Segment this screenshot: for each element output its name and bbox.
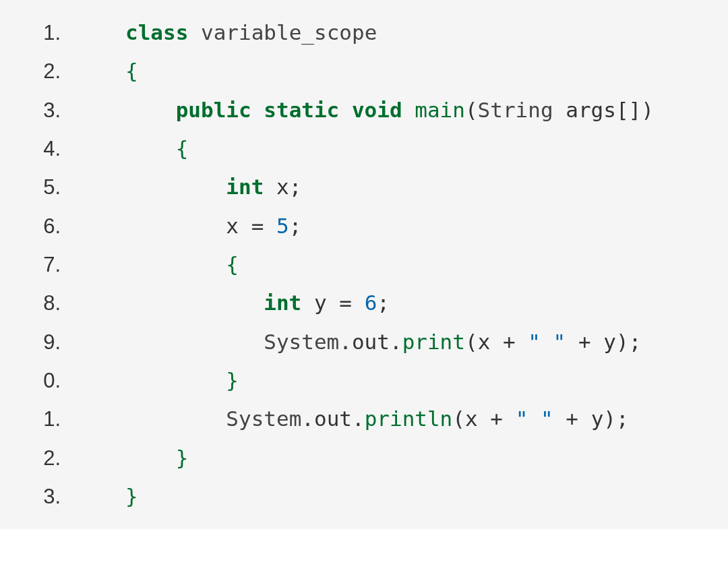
code-token: 6 — [365, 291, 377, 315]
code-token: } — [176, 446, 189, 470]
code-content: { — [88, 245, 239, 284]
line-number: 4. — [0, 129, 88, 168]
code-token: + — [503, 330, 516, 354]
code-content: int x; — [88, 168, 301, 206]
code-content: } — [88, 477, 138, 516]
code-token: { — [125, 59, 138, 83]
code-token: out — [352, 330, 390, 354]
code-token — [402, 98, 415, 122]
code-line: 6. x = 5; — [0, 207, 728, 245]
code-token: y — [591, 406, 604, 431]
code-token: x — [478, 330, 503, 354]
code-token: x — [276, 175, 289, 199]
code-token: ; — [289, 214, 302, 238]
code-token — [553, 98, 566, 122]
line-number: 2. — [0, 52, 88, 90]
code-token: main — [415, 98, 465, 122]
line-number: 6. — [0, 207, 88, 245]
code-token — [188, 20, 201, 44]
code-content: class variable_scope — [88, 13, 377, 52]
line-number: 3. — [0, 91, 88, 129]
line-number: 7. — [0, 245, 88, 284]
code-line: 0. } — [0, 361, 728, 400]
code-token — [553, 406, 566, 431]
code-token: ); — [603, 406, 628, 431]
code-token — [352, 291, 365, 315]
code-token: out — [314, 406, 352, 431]
code-token: ; — [289, 175, 302, 199]
code-token: System — [226, 406, 301, 431]
code-token: variable_scope — [201, 20, 377, 44]
line-number: 2. — [0, 439, 88, 477]
code-token — [591, 330, 604, 354]
code-content: { — [88, 129, 188, 168]
code-token: . — [301, 406, 314, 431]
code-token — [264, 214, 276, 238]
code-content: x = 5; — [88, 207, 301, 245]
code-line: 3. public static void main(String args[]… — [0, 91, 728, 129]
code-token: { — [176, 136, 189, 160]
code-content: } — [88, 361, 239, 400]
code-content: System.out.print(x + " " + y); — [88, 323, 641, 361]
code-token: public static void — [176, 98, 402, 122]
code-token — [578, 406, 591, 431]
code-token — [566, 330, 578, 354]
line-number: 8. — [0, 284, 88, 322]
line-number: 3. — [0, 477, 88, 516]
code-token: print — [402, 330, 465, 354]
code-token — [264, 175, 276, 199]
code-token: y — [314, 291, 339, 315]
code-token: ); — [616, 330, 641, 354]
code-line: 5. int x; — [0, 168, 728, 206]
code-token: } — [226, 368, 239, 392]
line-number: 9. — [0, 323, 88, 361]
code-line: 4. { — [0, 129, 728, 168]
code-line: 7. { — [0, 245, 728, 284]
code-token: ( — [452, 406, 465, 431]
line-number: 1. — [0, 13, 88, 52]
code-token: = — [251, 214, 264, 238]
code-token: ; — [377, 291, 390, 315]
code-line: 9. System.out.print(x + " " + y); — [0, 323, 728, 361]
code-line: 1. class variable_scope — [0, 13, 728, 52]
code-token: int — [264, 291, 301, 315]
code-token: x — [226, 214, 251, 238]
code-token: System — [264, 330, 339, 354]
code-line: 8. int y = 6; — [0, 284, 728, 322]
code-token: " " — [528, 330, 566, 354]
code-line: 3. } — [0, 477, 728, 516]
code-token: args — [566, 98, 616, 122]
code-token: } — [125, 484, 138, 508]
code-token: int — [226, 175, 264, 199]
code-line: 2. { — [0, 52, 728, 90]
code-line: 2. } — [0, 439, 728, 477]
code-token: ( — [465, 330, 478, 354]
code-token: class — [125, 20, 188, 44]
code-token: = — [339, 291, 352, 315]
code-token: 5 — [276, 214, 289, 238]
code-content: { — [88, 52, 138, 90]
code-token: + — [566, 406, 578, 431]
code-content: System.out.println(x + " " + y); — [88, 400, 629, 438]
code-token: []) — [616, 98, 654, 122]
code-token: . — [352, 406, 365, 431]
code-token: . — [339, 330, 352, 354]
code-content: int y = 6; — [88, 284, 390, 322]
line-number: 0. — [0, 361, 88, 400]
code-token: . — [390, 330, 402, 354]
code-token: println — [365, 406, 453, 431]
code-token: ( — [465, 98, 478, 122]
code-token: + — [490, 406, 503, 431]
line-number: 1. — [0, 400, 88, 438]
code-line: 1. System.out.println(x + " " + y); — [0, 400, 728, 438]
code-token — [516, 330, 528, 354]
code-block: 1. class variable_scope2. {3. public sta… — [0, 0, 728, 529]
code-content: } — [88, 439, 188, 477]
code-token — [503, 406, 516, 431]
code-token: y — [603, 330, 616, 354]
code-token: + — [578, 330, 591, 354]
line-number: 5. — [0, 168, 88, 206]
code-token: x — [465, 406, 490, 431]
code-token — [301, 291, 314, 315]
code-content: public static void main(String args[]) — [88, 91, 654, 129]
